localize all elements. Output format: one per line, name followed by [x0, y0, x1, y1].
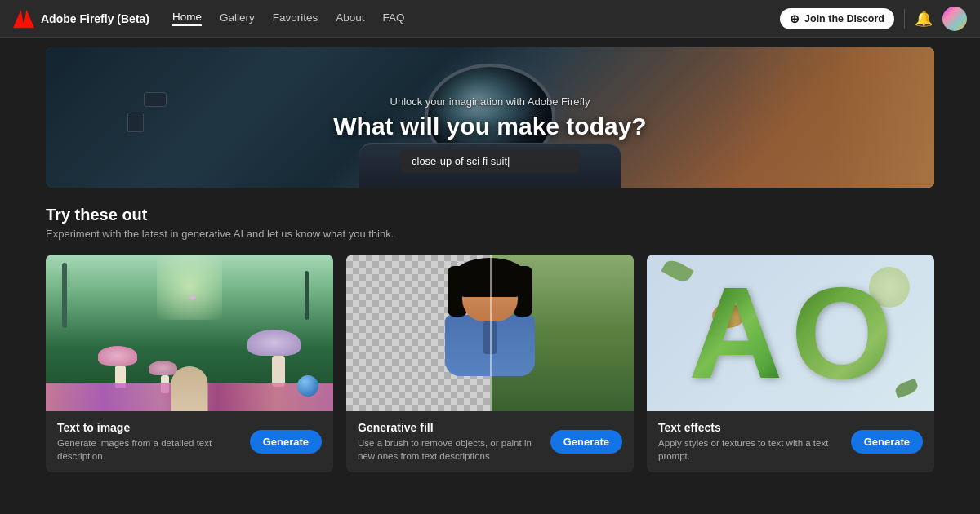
card1-title: Text to image — [57, 421, 242, 434]
card-generative-fill[interactable]: Generative fill Use a brush to remove ob… — [346, 255, 634, 472]
card1-sphere — [297, 375, 318, 397]
card3-info: Text effects Apply styles or textures to… — [647, 411, 934, 472]
card3-title: Text effects — [658, 421, 843, 434]
card3-desc: Apply styles or textures to text with a … — [658, 436, 843, 463]
card2-title: Generative fill — [358, 421, 542, 434]
header-logo[interactable]: Adobe Firefly (Beta) — [13, 8, 149, 29]
card3-text: Text effects Apply styles or textures to… — [658, 421, 851, 463]
card1-tree-left — [62, 263, 67, 328]
hero-text-block: Unlock your imagination with Adobe Firef… — [333, 95, 646, 140]
card3-generate-button[interactable]: Generate — [851, 430, 923, 454]
header-right: ⊕ Join the Discord 🔔 — [780, 7, 967, 31]
card3-letter-a: A — [688, 268, 783, 398]
card3-letters: A O — [688, 268, 893, 398]
card3-text-effects-bg: A O — [647, 255, 934, 411]
card1-text: Text to image Generate images from a det… — [57, 421, 250, 463]
card1-image — [46, 255, 333, 411]
card3-letter-o: O — [791, 268, 893, 398]
card2-divider-line — [490, 255, 492, 411]
discord-button-label: Join the Discord — [804, 13, 884, 24]
card2-image — [346, 255, 634, 411]
card1-light — [157, 255, 222, 320]
nav-item-home[interactable]: Home — [172, 11, 202, 26]
card-text-effects[interactable]: A O Text effects Apply styles or texture… — [647, 255, 934, 472]
card1-path — [172, 366, 208, 411]
card2-info: Generative fill Use a brush to remove ob… — [346, 411, 634, 472]
card1-desc: Generate images from a detailed text des… — [57, 436, 242, 463]
discord-icon: ⊕ — [790, 12, 800, 25]
bell-icon[interactable]: 🔔 — [915, 10, 933, 28]
avatar[interactable] — [942, 7, 967, 31]
discord-button[interactable]: ⊕ Join the Discord — [780, 8, 894, 29]
main-nav: Home Gallery Favorites About FAQ — [172, 11, 405, 26]
card1-generate-button[interactable]: Generate — [250, 430, 322, 454]
card1-fantasy-bg — [46, 255, 333, 411]
card1-mushroom-big — [256, 330, 301, 387]
card-text-to-image[interactable]: Text to image Generate images from a det… — [46, 255, 333, 472]
section-title: Try these out — [46, 206, 934, 224]
hero-search-input[interactable] — [400, 149, 580, 173]
hero-subtitle: Unlock your imagination with Adobe Firef… — [333, 95, 646, 108]
nav-divider — [904, 9, 905, 29]
brand-name: Adobe Firefly (Beta) — [41, 12, 149, 25]
card2-generate-button[interactable]: Generate — [550, 430, 622, 454]
nav-item-gallery[interactable]: Gallery — [220, 11, 255, 25]
card1-tree-right — [305, 271, 309, 320]
card3-image: A O — [647, 255, 934, 411]
card3-leaf2 — [893, 379, 920, 399]
nav-item-favorites[interactable]: Favorites — [273, 11, 318, 25]
adobe-icon — [13, 8, 34, 29]
hero-input-wrap — [400, 149, 580, 173]
cards-grid: Text to image Generate images from a det… — [46, 255, 934, 472]
section-subtitle: Experiment with the latest in generative… — [46, 228, 934, 240]
main-content: Try these out Experiment with the latest… — [0, 188, 980, 472]
card1-info: Text to image Generate images from a det… — [46, 411, 333, 472]
hero-title: What will you make today? — [333, 113, 646, 140]
card2-person-bg — [346, 255, 634, 411]
nav-item-about[interactable]: About — [336, 11, 364, 25]
hero-banner: Unlock your imagination with Adobe Firef… — [46, 47, 934, 188]
card2-text: Generative fill Use a brush to remove ob… — [358, 421, 550, 463]
nav-item-faq[interactable]: FAQ — [383, 11, 405, 25]
card2-desc: Use a brush to remove objects, or paint … — [358, 436, 542, 463]
